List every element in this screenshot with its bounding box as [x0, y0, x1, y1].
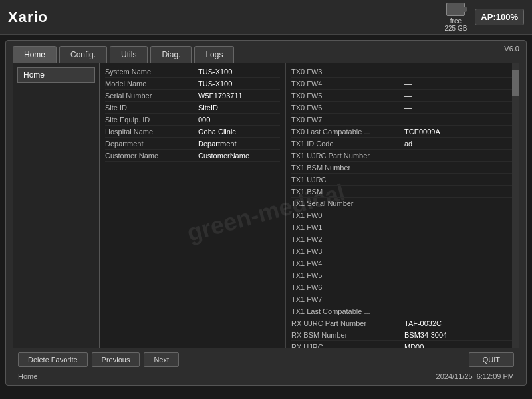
right-field-value: ad [404, 140, 412, 148]
data-field-value: TUS-X100 [198, 80, 232, 88]
right-field-label: TX1 FW6 [291, 283, 404, 291]
right-data-panel: TX0 FW3TX0 FW4—TX0 FW5—TX0 FW6—TX0 FW7TX… [286, 63, 519, 348]
right-field-label: TX1 FW2 [291, 235, 404, 243]
right-field-label: TX0 FW6 [291, 104, 404, 112]
right-data-row: TX1 FW0 [291, 209, 513, 221]
right-field-label: RX UJRC [291, 343, 404, 348]
top-right-area: free 225 GB AP:100% [444, 3, 524, 32]
left-data-row: Site IDSiteID [105, 102, 280, 114]
data-field-label: Site Equip. ID [105, 116, 198, 124]
right-field-value: — [404, 80, 412, 88]
right-data-row: TX1 UJRC [291, 174, 513, 186]
right-data-row: RX BSM NumberBSM34-3004 [291, 329, 513, 341]
tab-logs[interactable]: Logs [194, 46, 234, 63]
data-field-value: Ooba Clinic [198, 128, 236, 136]
data-field-value: CustomerName [198, 152, 249, 160]
data-field-value: SiteID [198, 104, 218, 112]
scrollbar[interactable] [512, 63, 519, 348]
data-field-label: Serial Number [105, 92, 198, 100]
quit-button[interactable]: QUIT [469, 352, 514, 367]
right-field-value: — [404, 92, 412, 100]
right-data-row: TX1 BSM [291, 186, 513, 198]
right-data-row: TX1 UJRC Part Number [291, 150, 513, 162]
right-field-value: MD00 [404, 343, 424, 348]
data-field-label: Hospital Name [105, 128, 198, 136]
right-field-label: TX0 FW5 [291, 92, 404, 100]
left-data-row: System NameTUS-X100 [105, 66, 280, 78]
right-field-value: TCE0009A [404, 128, 440, 136]
storage-info: free 225 GB [444, 3, 467, 32]
right-field-label: TX1 ID Code [291, 140, 404, 148]
previous-button[interactable]: Previous [92, 352, 140, 367]
right-data-row: TX1 ID Codead [291, 138, 513, 150]
storage-size-label: 225 GB [444, 25, 467, 32]
right-data-row: TX1 BSM Number [291, 162, 513, 174]
ap-badge: AP:100% [475, 9, 524, 25]
right-field-value: — [404, 104, 412, 112]
left-data-row: Model NameTUS-X100 [105, 78, 280, 90]
right-field-label: RX UJRC Part Number [291, 319, 404, 327]
right-field-label: TX1 BSM Number [291, 164, 404, 172]
right-field-label: RX BSM Number [291, 331, 404, 339]
data-field-value: 000 [198, 116, 210, 124]
content-area: Home System NameTUS-X100Model NameTUS-X1… [13, 63, 519, 348]
tab-utils[interactable]: Utils [110, 46, 148, 63]
data-area: System NameTUS-X100Model NameTUS-X100Ser… [100, 63, 519, 348]
bottom-left-buttons: Delete Favorite Previous Next [18, 352, 179, 367]
right-data-row: TX0 FW7 [291, 114, 513, 126]
right-field-label: TX1 FW7 [291, 295, 404, 303]
right-field-label: TX1 Serial Number [291, 200, 404, 207]
right-field-label: TX1 FW1 [291, 223, 404, 231]
storage-icon [446, 3, 465, 16]
right-data-row: TX0 FW4— [291, 78, 513, 90]
data-field-value: W5E1793711 [198, 92, 243, 100]
right-data-row: RX UJRCMD00 [291, 341, 513, 348]
main-container: green-medical V6.0 Home Config. Utils Di… [5, 40, 527, 386]
tab-bar: Home Config. Utils Diag. Logs [6, 41, 526, 63]
right-field-label: TX0 FW4 [291, 80, 404, 88]
next-button[interactable]: Next [144, 352, 179, 367]
right-data-row: TX1 FW5 [291, 269, 513, 281]
right-field-label: TX0 FW3 [291, 68, 404, 76]
left-data-row: Customer NameCustomerName [105, 150, 280, 162]
bottom-bar: Delete Favorite Previous Next QUIT [11, 348, 521, 371]
data-field-label: Customer Name [105, 152, 198, 160]
right-data-row: TX0 FW5— [291, 90, 513, 102]
right-data-row: TX1 FW2 [291, 233, 513, 245]
data-field-label: Model Name [105, 80, 198, 88]
tab-home[interactable]: Home [13, 46, 57, 63]
right-field-label: TX1 FW0 [291, 211, 404, 219]
right-data-row: TX1 FW1 [291, 221, 513, 233]
left-data-row: DepartmentDepartment [105, 138, 280, 150]
right-data-row: TX1 FW7 [291, 293, 513, 305]
data-field-label: System Name [105, 68, 198, 76]
delete-favorite-button[interactable]: Delete Favorite [18, 352, 88, 367]
app-title: Xario [8, 9, 48, 26]
left-data-row: Hospital NameOoba Clinic [105, 126, 280, 138]
top-bar: Xario free 225 GB AP:100% [0, 0, 532, 35]
right-data-row: TX1 FW4 [291, 257, 513, 269]
right-field-label: TX1 FW5 [291, 271, 404, 279]
status-section: Home [18, 372, 37, 380]
data-field-value: TUS-X100 [198, 68, 232, 76]
status-datetime: 2024/11/25 6:12:09 PM [436, 372, 514, 380]
sidebar: Home [13, 63, 100, 348]
right-field-label: TX1 UJRC [291, 176, 404, 184]
right-data-row: TX1 FW6 [291, 281, 513, 293]
right-data-row: TX0 FW6— [291, 102, 513, 114]
right-data-row: TX1 Serial Number [291, 198, 513, 209]
right-data-row: TX0 Last Compatable ...TCE0009A [291, 126, 513, 138]
data-field-label: Department [105, 140, 198, 148]
tab-config[interactable]: Config. [59, 46, 107, 63]
right-data-row: TX1 Last Compatable ... [291, 305, 513, 317]
data-field-label: Site ID [105, 104, 198, 112]
right-field-label: TX1 UJRC Part Number [291, 152, 404, 160]
tab-diag[interactable]: Diag. [150, 46, 192, 63]
scrollbar-thumb[interactable] [512, 70, 519, 96]
right-field-value: TAF-0032C [404, 319, 442, 327]
left-data-row: Site Equip. ID000 [105, 114, 280, 126]
version-label: V6.0 [504, 45, 519, 53]
right-field-value: BSM34-3004 [404, 331, 447, 339]
sidebar-item-home[interactable]: Home [17, 67, 95, 83]
storage-free-label: free [450, 17, 462, 25]
